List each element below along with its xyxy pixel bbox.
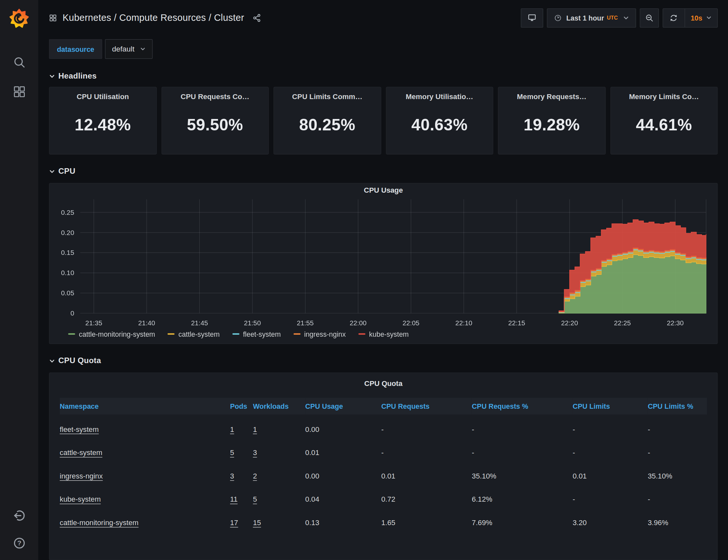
x-axis-label: 21:50 [244,319,261,327]
cell-cpu_requests: - [381,449,472,457]
cell-cpu_limits: - [572,425,648,434]
legend-color-dash [232,333,239,334]
cell-pods[interactable]: 3 [230,472,234,480]
chevron-down-icon [49,358,55,364]
panel-title[interactable]: CPU Quota [60,377,707,391]
cpu-usage-plot[interactable]: 00.050.100.150.200.2521:3521:4021:4521:5… [50,198,717,326]
chevron-down-icon [49,168,55,174]
share-icon[interactable] [253,13,261,22]
column-header-pods[interactable]: Pods [230,398,253,415]
cpu-usage-panel: CPU Usage 00.050.100.150.200.2521:3521:4… [49,183,718,344]
stat-panel-memory-limits-commitment[interactable]: Memory Limits Co… 44.61% [610,87,718,155]
section-headlines[interactable]: Headlines [49,71,718,81]
section-title: CPU Quota [58,356,101,366]
search-icon[interactable] [13,56,25,69]
main-content: Kubernetes / Compute Resources / Cluster [38,0,728,560]
refresh-icon[interactable] [663,8,685,27]
cell-workloads[interactable]: 1 [253,425,257,434]
cell-pods[interactable]: 11 [230,495,238,504]
legend-item-cattle-system[interactable]: cattle-system [168,330,220,338]
y-axis-label: 0.25 [61,209,74,216]
x-axis-label: 22:05 [402,319,419,327]
cell-cpu_requests_pct: 35.10% [472,472,572,480]
apps-grid-icon[interactable] [49,14,57,22]
cell-cpu_limits: 0.01 [572,472,648,480]
cell-cpu_limits: - [572,449,648,457]
dashboard-header: Kubernetes / Compute Resources / Cluster [49,0,718,36]
stat-panel-memory-utilisation[interactable]: Memory Utilisatio… 40.63% [386,87,493,155]
column-header-cpu_requests_pct[interactable]: CPU Requests % [472,398,572,415]
cell-cpu_limits: 3.20 [572,519,648,527]
stat-value: 59.50% [187,101,244,154]
stat-panel-cpu-limits-commitment[interactable]: CPU Limits Comm… 80.25% [274,87,381,155]
legend-label: cattle-system [179,330,220,338]
variables-row: datasource default [49,39,718,59]
cpu-usage-chart-svg[interactable]: 00.050.100.150.200.2521:3521:4021:4521:5… [50,198,717,326]
namespace-link[interactable]: cattle-monitoring-system [60,519,139,527]
x-axis-label: 21:45 [191,319,208,327]
column-header-workloads[interactable]: Workloads [253,398,305,415]
datasource-dropdown[interactable]: default [105,39,153,59]
stat-value: 44.61% [636,101,692,154]
namespace-link[interactable]: fleet-system [60,425,99,434]
cell-pods[interactable]: 5 [230,449,234,457]
section-cpu-quota[interactable]: CPU Quota [49,356,718,366]
y-axis-label: 0.20 [61,229,74,236]
namespace-link[interactable]: kube-system [60,495,101,504]
stat-panel-cpu-requests-commitment[interactable]: CPU Requests Co… 59.50% [161,87,269,155]
time-range-picker[interactable]: Last 1 hour UTC [547,8,636,27]
cell-cpu_requests_pct: 7.69% [472,519,572,527]
cell-workloads[interactable]: 5 [253,495,257,504]
chart-legend: cattle-monitoring-systemcattle-systemfle… [50,330,717,338]
stat-panel-memory-requests-commitment[interactable]: Memory Requests… 19.28% [498,87,605,155]
legend-color-dash [293,333,300,334]
legend-item-fleet-system[interactable]: fleet-system [232,330,281,338]
x-axis-label: 22:10 [455,319,472,327]
x-axis-label: 22:15 [508,319,525,327]
legend-item-kube-system[interactable]: kube-system [359,330,409,338]
legend-item-cattle-monitoring-system[interactable]: cattle-monitoring-system [68,330,155,338]
cell-cpu_limits_pct: 3.96% [648,519,707,527]
column-header-namespace[interactable]: Namespace [60,398,230,415]
toolbar: Last 1 hour UTC [521,8,718,27]
cell-workloads[interactable]: 3 [253,449,257,457]
stat-value: 12.48% [75,101,131,154]
datasource-value: default [112,45,135,53]
namespace-link[interactable]: cattle-system [60,449,102,457]
column-header-cpu_limits[interactable]: CPU Limits [572,398,648,415]
time-range-label: Last 1 hour [566,14,604,22]
chevron-down-icon [706,15,712,21]
refresh-interval-dropdown[interactable]: 10s [685,8,717,27]
namespace-link[interactable]: ingress-nginx [60,472,103,480]
stat-title: CPU Limits Comm… [292,93,363,101]
y-axis-label: 0.05 [61,289,74,297]
legend-label: fleet-system [243,330,281,338]
column-header-cpu_usage[interactable]: CPU Usage [305,398,381,415]
cell-cpu_limits_pct: - [648,425,707,434]
stat-panel-cpu-utilisation[interactable]: CPU Utilisation 12.48% [49,87,156,155]
grafana-logo-icon[interactable] [9,7,29,29]
kiosk-mode-button[interactable] [521,8,543,27]
cell-cpu_requests_pct: - [472,449,572,457]
cpu-quota-table: NamespacePodsWorkloadsCPU UsageCPU Reque… [60,394,707,535]
cell-cpu_usage: 0.04 [305,495,381,504]
cell-pods[interactable]: 1 [230,425,234,434]
panel-title[interactable]: CPU Usage [50,184,717,198]
cell-cpu_limits_pct: - [648,449,707,457]
cell-workloads[interactable]: 15 [253,519,261,527]
cell-workloads[interactable]: 2 [253,472,257,480]
legend-item-ingress-nginx[interactable]: ingress-nginx [293,330,346,338]
column-header-cpu_limits_pct[interactable]: CPU Limits % [648,398,707,415]
column-header-cpu_requests[interactable]: CPU Requests [381,398,472,415]
cell-pods[interactable]: 17 [230,519,238,527]
x-axis-label: 22:00 [350,319,366,327]
sign-in-icon[interactable] [12,509,26,523]
zoom-out-button[interactable] [640,8,659,27]
stat-value: 80.25% [299,101,356,154]
section-title: Headlines [58,71,97,81]
stat-title: CPU Utilisation [77,93,129,101]
section-cpu[interactable]: CPU [49,167,718,176]
stat-title: CPU Requests Co… [181,93,249,101]
help-icon[interactable]: ? [12,536,26,550]
dashboards-icon[interactable] [13,85,25,98]
